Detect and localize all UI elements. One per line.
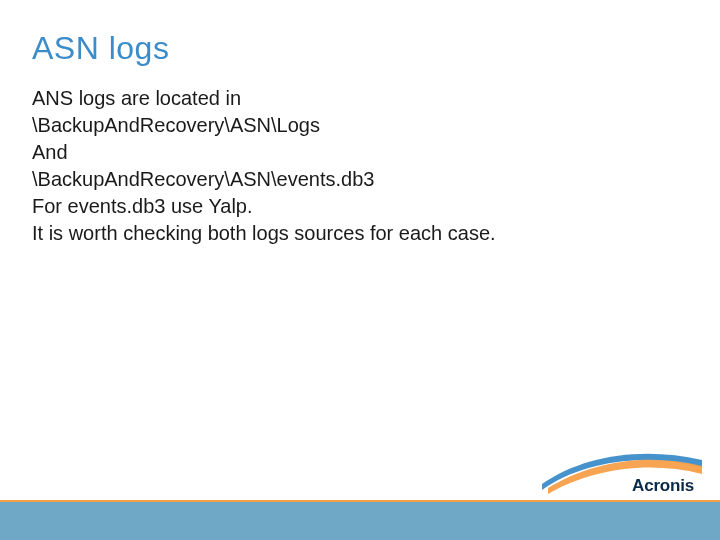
brand-label: Acronis	[632, 476, 694, 496]
body-line: \BackupAndRecovery\ASN\Logs	[32, 112, 680, 139]
slide: ASN logs ANS logs are located in \Backup…	[0, 0, 720, 540]
footer-band	[0, 500, 720, 540]
body-line: And	[32, 139, 680, 166]
body-line: It is worth checking both logs sources f…	[32, 220, 680, 247]
body-line: \BackupAndRecovery\ASN\events.db3	[32, 166, 680, 193]
slide-title: ASN logs	[32, 30, 680, 67]
body-line: For events.db3 use Yalp.	[32, 193, 680, 220]
body-line: ANS logs are located in	[32, 85, 680, 112]
slide-body: ANS logs are located in \BackupAndRecove…	[32, 85, 680, 247]
